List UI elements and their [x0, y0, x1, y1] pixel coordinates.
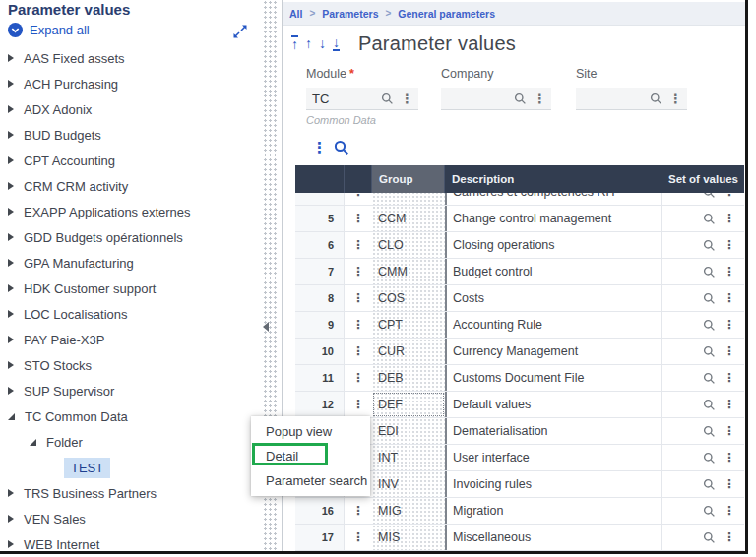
sidebar-tree-item[interactable]: ADX Adonix	[0, 96, 260, 122]
description-cell[interactable]: Dematerialisation	[445, 418, 662, 444]
set-of-values-more-icon[interactable]: ⋮	[724, 238, 735, 252]
set-of-values-magnifier-icon[interactable]	[703, 478, 716, 491]
set-of-values-magnifier-icon[interactable]	[703, 452, 716, 464]
breadcrumb-item[interactable]: General parameters	[398, 8, 495, 20]
row-number-cell[interactable]: 11	[295, 365, 345, 391]
context-menu-item[interactable]: Popup view	[251, 419, 370, 444]
description-cell[interactable]: User interface	[445, 445, 662, 470]
set-of-values-cell[interactable]: ⋮	[662, 193, 744, 205]
row-actions-icon[interactable]: ⋮	[345, 232, 372, 258]
set-of-values-more-icon[interactable]: ⋮	[724, 530, 735, 544]
group-cell[interactable]: MIS	[372, 525, 445, 550]
sidebar-tree-item[interactable]: TRS Business Partners	[0, 480, 260, 506]
tree-toggle-icon[interactable]	[8, 515, 14, 523]
set-of-values-more-icon[interactable]: ⋮	[724, 291, 735, 305]
row-number-cell[interactable]: 7	[295, 259, 345, 284]
tree-toggle-icon[interactable]	[8, 156, 14, 164]
description-cell[interactable]: Carrieres et competences RH	[445, 193, 662, 205]
set-of-values-cell[interactable]: ⋮	[662, 551, 744, 554]
sidebar-tree-item[interactable]: EXAPP Applications externes	[0, 199, 260, 224]
context-menu-item[interactable]: Parameter search	[251, 468, 370, 493]
table-more-options-icon[interactable]: ⋮	[312, 139, 327, 156]
sidebar-tree-item[interactable]: ACH Purchasing	[0, 71, 260, 96]
set-of-values-more-icon[interactable]: ⋮	[724, 265, 735, 278]
tree-toggle-icon[interactable]	[8, 336, 14, 343]
tree-toggle-icon[interactable]	[8, 182, 14, 190]
field-more-options-icon[interactable]: ⋮	[401, 93, 413, 105]
set-of-values-magnifier-icon[interactable]	[703, 399, 716, 411]
set-of-values-more-icon[interactable]: ⋮	[724, 398, 735, 411]
group-cell[interactable]: CPT	[372, 312, 445, 338]
set-of-values-magnifier-icon[interactable]	[703, 239, 716, 252]
table-search-icon[interactable]	[334, 140, 349, 159]
previous-record-icon[interactable]: ↑	[305, 36, 312, 51]
sidebar-tree-item[interactable]: Folder	[0, 429, 260, 455]
sidebar-tree-item[interactable]: BUD Budgets	[0, 122, 260, 148]
group-cell[interactable]: CLO	[372, 232, 445, 258]
column-header[interactable]: Description	[445, 165, 662, 193]
row-number-cell[interactable]: 17	[295, 525, 345, 550]
set-of-values-more-icon[interactable]: ⋮	[724, 451, 735, 464]
sidebar-tree-item[interactable]: GDD Budgets opérationnels	[0, 224, 260, 250]
tree-toggle-icon[interactable]	[8, 80, 14, 88]
row-actions-icon[interactable]: ⋮	[345, 339, 372, 364]
description-cell[interactable]: Migration	[445, 498, 662, 524]
set-of-values-magnifier-icon[interactable]	[703, 319, 716, 332]
row-actions-icon[interactable]: ⋮	[345, 551, 372, 554]
description-cell[interactable]	[445, 551, 662, 554]
breadcrumb-item[interactable]: All	[289, 8, 302, 20]
row-number-cell[interactable]: 16	[295, 498, 345, 524]
group-cell[interactable]: INV	[372, 471, 445, 497]
row-number-cell[interactable]: 9	[295, 312, 345, 338]
set-of-values-magnifier-icon[interactable]	[703, 345, 716, 358]
field-input[interactable]: TC ⋮	[306, 88, 418, 110]
expand-all-button[interactable]: Expand all	[8, 23, 90, 37]
row-actions-icon[interactable]: ⋮	[345, 193, 372, 205]
tree-toggle-icon[interactable]	[8, 361, 14, 369]
set-of-values-more-icon[interactable]: ⋮	[724, 193, 735, 199]
group-cell[interactable]: EDI	[372, 418, 445, 444]
set-of-values-cell[interactable]: ⋮	[662, 285, 744, 311]
sidebar-tree-item[interactable]: TC Common Data	[0, 403, 260, 429]
sidebar-tree-item[interactable]: TEST	[0, 455, 260, 480]
row-actions-icon[interactable]: ⋮	[345, 365, 372, 391]
set-of-values-more-icon[interactable]: ⋮	[724, 344, 735, 358]
group-cell[interactable]: INT	[372, 445, 445, 470]
breadcrumb-item[interactable]: Parameters	[322, 8, 378, 20]
last-record-icon[interactable]: ↓	[333, 35, 340, 52]
row-number-cell[interactable]: 8	[295, 285, 345, 311]
sidebar-tree-item[interactable]: GPA Manufacturing	[0, 250, 260, 276]
group-cell[interactable]: DEF	[372, 392, 445, 417]
set-of-values-cell[interactable]: ⋮	[662, 418, 744, 444]
field-more-options-icon[interactable]: ⋮	[669, 93, 682, 105]
description-cell[interactable]: Miscellaneous	[445, 525, 662, 550]
group-cell[interactable]: CCM	[372, 206, 445, 231]
panel-expand-icon[interactable]	[232, 24, 248, 43]
description-cell[interactable]: Customs Document File	[445, 365, 662, 391]
group-cell[interactable]: DEB	[372, 365, 445, 391]
tree-toggle-icon[interactable]	[8, 105, 14, 113]
set-of-values-cell[interactable]: ⋮	[662, 525, 744, 550]
group-cell[interactable]: CMM	[372, 259, 445, 284]
sidebar-tree-item[interactable]: CRM CRM activity	[0, 173, 260, 199]
tree-toggle-icon[interactable]	[8, 310, 14, 318]
description-cell[interactable]: Default values	[445, 392, 662, 417]
row-number-cell[interactable]: 6	[295, 232, 345, 258]
next-record-icon[interactable]: ↓	[319, 36, 326, 51]
group-cell[interactable]: CUR	[372, 339, 445, 364]
sidebar-tree-item[interactable]: STO Stocks	[0, 352, 260, 378]
field-input[interactable]: ⋮	[441, 88, 551, 110]
sidebar-tree-item[interactable]: CPT Accounting	[0, 148, 260, 173]
set-of-values-magnifier-icon[interactable]	[703, 372, 716, 385]
set-of-values-cell[interactable]: ⋮	[662, 498, 744, 524]
set-of-values-cell[interactable]: ⋮	[662, 312, 744, 338]
tree-toggle-icon[interactable]	[8, 131, 14, 139]
set-of-values-cell[interactable]: ⋮	[662, 206, 744, 231]
sidebar-tree-item[interactable]: HDK Customer support	[0, 276, 260, 301]
set-of-values-cell[interactable]: ⋮	[662, 339, 744, 364]
description-cell[interactable]: Change control management	[445, 206, 662, 231]
set-of-values-cell[interactable]: ⋮	[662, 365, 744, 391]
set-of-values-more-icon[interactable]: ⋮	[724, 424, 735, 438]
description-cell[interactable]: Invoicing rules	[445, 471, 662, 497]
sidebar-tree-item[interactable]: PAY Paie-X3P	[0, 327, 260, 352]
